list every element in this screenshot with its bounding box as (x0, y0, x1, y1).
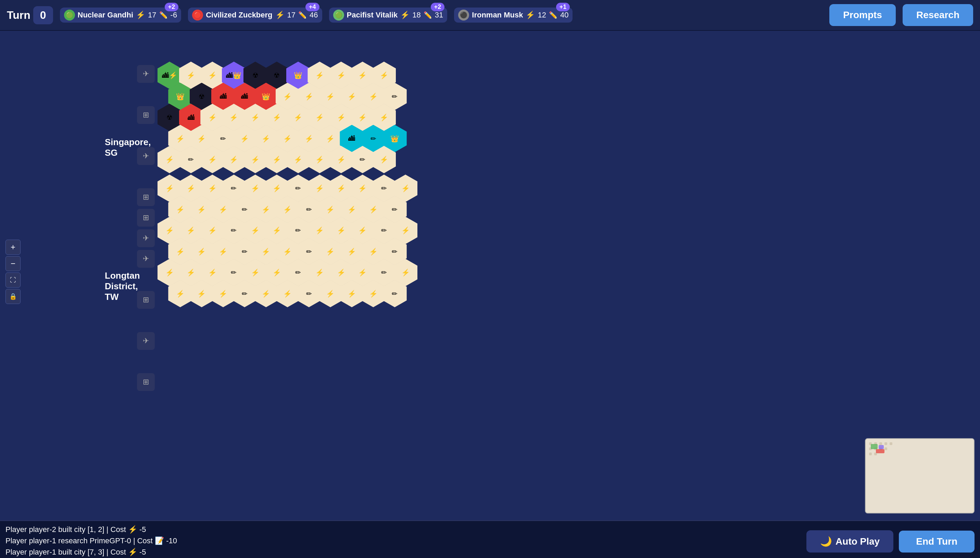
moon-icon: 🌙 (820, 536, 832, 547)
airplane-icon-5[interactable]: ✈ (137, 332, 155, 350)
mini-map (865, 438, 975, 514)
grid-icon-1[interactable]: ⊞ (137, 106, 155, 124)
player-lightning-3: 12 (538, 11, 546, 20)
svg-rect-13 (879, 445, 884, 449)
research-button[interactable]: Research (903, 4, 973, 26)
player-name-0: Nuclear Gandhi (78, 11, 133, 19)
player-pencil-2: 31 (435, 11, 443, 20)
player-badge-1: +4 (305, 3, 320, 11)
player-badge-2: +2 (431, 3, 445, 11)
svg-rect-5 (890, 442, 892, 445)
header: Turn 0 +2 🟢 Nuclear Gandhi ⚡ 17 ✏️ -6 +4… (0, 0, 980, 31)
player-badge-3: +1 (556, 3, 570, 11)
player-avatar-0: 🟢 (64, 10, 75, 21)
player-lightning-0: 17 (148, 11, 156, 20)
player-avatar-2: 🟢 (333, 10, 344, 21)
turn-block: Turn 0 (7, 6, 53, 24)
player-pencil-0: -6 (171, 11, 177, 20)
auto-play-button[interactable]: 🌙 Auto Play (806, 530, 893, 553)
player-pencil-3: 40 (560, 11, 568, 20)
airplane-icon-4[interactable]: ✈ (137, 250, 155, 268)
lightning-icon-2: ⚡ (400, 11, 410, 20)
svg-rect-9 (885, 447, 887, 450)
pencil-icon-1: ✏️ (298, 11, 307, 19)
prompts-button[interactable]: Prompts (829, 4, 896, 26)
svg-rect-3 (879, 442, 882, 445)
zoom-fit-button[interactable]: ⛶ (5, 272, 21, 287)
grid-icon-2[interactable]: ⊞ (137, 188, 155, 206)
lightning-icon-0: ⚡ (136, 11, 145, 20)
pencil-icon-3: ✏️ (549, 11, 558, 19)
player-name-2: Pacifist Vitalik (347, 11, 398, 19)
player-ironman-musk[interactable]: +1 ⚫ Ironman Musk ⚡ 12 ✏️ 40 (454, 8, 573, 23)
turn-label: Turn (7, 9, 31, 21)
player-avatar-3: ⚫ (458, 10, 469, 21)
zoom-in-button[interactable]: + (5, 240, 21, 255)
lightning-icon-1: ⚡ (275, 11, 284, 20)
lock-button[interactable]: 🔒 (5, 289, 21, 304)
end-turn-button[interactable]: End Turn (899, 531, 975, 553)
pencil-icon-2: ✏️ (424, 11, 432, 19)
sidebar-icons-bottom: ⊞ ✈ ⊞ ✈ ⊞ (137, 209, 155, 394)
airplane-icon-1[interactable]: ✈ (137, 65, 155, 83)
player-pencil-1: 46 (310, 11, 318, 20)
grid-icon-5[interactable]: ⊞ (137, 373, 155, 391)
svg-rect-12 (871, 444, 878, 449)
svg-rect-14 (876, 449, 885, 453)
grid-icon-3[interactable]: ⊞ (137, 209, 155, 226)
player-pacifist-vitalik[interactable]: +2 🟢 Pacifist Vitalik ⚡ 18 ✏️ 31 (329, 8, 448, 23)
svg-rect-10 (869, 453, 872, 455)
player-name-1: Civilized Zuckberg (206, 11, 272, 19)
map-area: Singapore,SG LongtanDistrict,TW ✈ ⊞ ✈ ⊞ … (0, 31, 980, 520)
pencil-icon-0: ✏️ (159, 11, 168, 19)
zoom-out-button[interactable]: − (5, 256, 21, 271)
zoom-controls: + − ⛶ 🔒 (5, 240, 21, 304)
player-lightning-2: 18 (412, 11, 420, 20)
player-name-3: Ironman Musk (472, 11, 523, 19)
svg-rect-4 (885, 442, 887, 445)
airplane-icon-2[interactable]: ✈ (137, 147, 155, 165)
player-lightning-1: 17 (287, 11, 295, 20)
player-civilized-zuckberg[interactable]: +4 🔴 Civilized Zuckberg ⚡ 17 ✏️ 46 (188, 8, 322, 23)
grid-icon-4[interactable]: ⊞ (137, 291, 155, 309)
player-nuclear-gandhi[interactable]: +2 🟢 Nuclear Gandhi ⚡ 17 ✏️ -6 (60, 8, 182, 23)
player-badge-0: +2 (165, 3, 179, 11)
location-longtan: LongtanDistrict,TW (105, 271, 140, 303)
lightning-icon-3: ⚡ (525, 11, 535, 20)
turn-number: 0 (33, 6, 53, 24)
player-avatar-1: 🔴 (192, 10, 203, 21)
bottom-buttons: 🌙 Auto Play End Turn (806, 530, 975, 553)
